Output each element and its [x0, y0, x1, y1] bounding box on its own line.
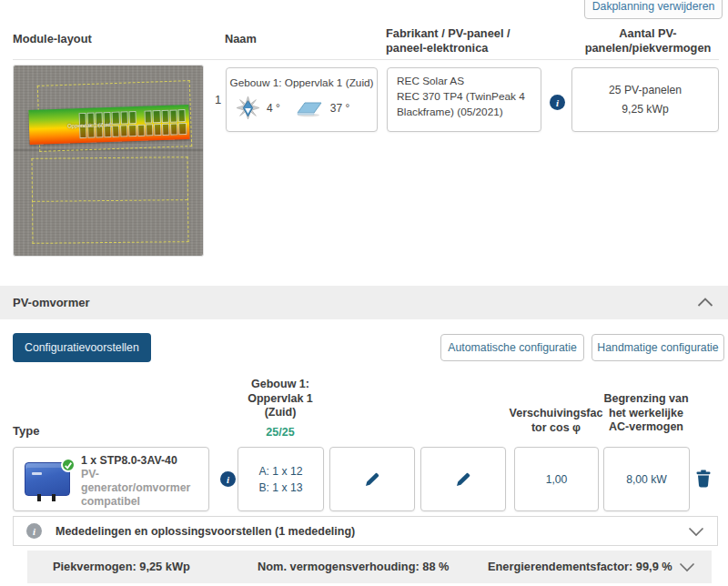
azimuth-value: 4 °	[267, 102, 280, 115]
configuration-proposals-button[interactable]: Configuratievoorstellen	[13, 333, 151, 362]
inverter-image	[25, 458, 77, 503]
col-header-surface: Gebouw 1: Oppervlak 1 (Zuid) 25/25	[226, 378, 335, 440]
inverter-type-box[interactable]: 1 x STP8.0-3AV-40 PV- generator/omvormer…	[13, 447, 209, 511]
azimuth-compass-icon	[236, 96, 260, 120]
summary-energy-factor: Energierendementsfactor: 99,9 %	[488, 560, 672, 573]
module-layout-image[interactable]: Oppervlak 1 (Zuid)	[13, 65, 204, 257]
pv-inverter-section-header[interactable]: PV-omvormer	[0, 286, 728, 319]
col-header-ac-limit-line1: Begrenzing van	[593, 392, 699, 407]
string-configuration-box[interactable]: A: 1 x 12 B: 1 x 13	[238, 447, 324, 511]
tilt-value: 37 °	[330, 102, 349, 115]
col-header-surface-line3: (Zuid)	[226, 406, 335, 420]
chevron-down-icon[interactable]	[688, 527, 704, 537]
summary-bar[interactable]: Piekvermogen: 9,25 kWp Nom. vermogensver…	[27, 551, 712, 583]
col-header-module-layout: Module-layout	[13, 32, 92, 46]
string-a-value: A: 1 x 12	[258, 463, 302, 480]
roof-surface-divider	[33, 199, 187, 202]
surface-name: Gebouw 1: Oppervlak 1 (Zuid)	[227, 76, 377, 89]
trash-icon	[697, 470, 711, 488]
panel-info-icon[interactable]: i	[550, 95, 565, 110]
roof-surface-outline-bottom	[32, 157, 189, 244]
row-index: 1	[215, 93, 221, 106]
chevron-down-icon[interactable]	[679, 562, 695, 572]
col-header-ac-limit: Begrenzing van het werkelijke AC-vermoge…	[593, 392, 699, 435]
panel-assignment-count: 25/25	[226, 426, 335, 440]
col-header-aantal-line2: panelen/piekvermogen	[575, 41, 721, 56]
edit-assignment-button-2[interactable]	[420, 447, 506, 511]
automatic-configuration-button[interactable]: Automatische configuratie	[440, 334, 584, 361]
summary-nominal-ratio: Nom. vermogensverhouding: 88 %	[258, 560, 449, 573]
panel-model-line2: Blackframe) (05/2021)	[397, 105, 531, 120]
col-header-ac-limit-line2: het werkelijke	[593, 407, 699, 421]
col-header-ac-limit-line3: AC-vermogen	[593, 420, 699, 435]
col-header-fabrikant-line2: paneel-elektronica	[386, 41, 511, 56]
manual-configuration-button[interactable]: Handmatige configuratie	[592, 334, 724, 361]
inverter-info-icon[interactable]: i	[220, 471, 236, 487]
compatibility-text-line2: generator/omvormer	[81, 481, 205, 495]
panel-count: 25 PV-panelen	[609, 84, 682, 96]
edit-assignment-button-1[interactable]	[329, 447, 415, 511]
peak-power: 9,25 kWp	[622, 103, 668, 116]
col-header-naam: Naam	[225, 32, 257, 46]
ac-limit-value-box[interactable]: 8,00 kW	[603, 447, 690, 511]
messages-accordion[interactable]: i Mededelingen en oplossingsvoorstellen …	[13, 516, 718, 546]
panel-model-line1: REC 370 TP4 (TwinPeak 4	[397, 89, 531, 105]
delete-inverter-button[interactable]	[695, 470, 712, 488]
col-header-type: Type	[13, 424, 39, 438]
messages-label: Mededelingen en oplossingsvoorstellen (1…	[56, 525, 355, 538]
ac-limit-value: 8,00 kW	[626, 471, 667, 488]
col-header-surface-line1: Gebouw 1:	[226, 378, 335, 392]
pencil-icon	[454, 470, 472, 489]
col-header-fabrikant-line1: Fabrikant / PV-paneel /	[386, 26, 511, 41]
cos-phi-value: 1,00	[546, 471, 568, 488]
compatibility-text-line3: compatibel	[81, 495, 205, 509]
pencil-icon	[363, 470, 381, 489]
header-divider	[13, 59, 719, 60]
col-header-aantal-line1: Aantal PV-	[575, 26, 721, 41]
panel-manufacturer-box[interactable]: REC Solar AS REC 370 TP4 (TwinPeak 4 Bla…	[387, 67, 541, 132]
col-header-aantal: Aantal PV- panelen/piekvermogen	[575, 26, 721, 56]
manufacturer-name: REC Solar AS	[397, 74, 531, 89]
compatibility-check-icon	[61, 458, 76, 472]
compatibility-text-line1: PV-	[81, 468, 205, 481]
pv-planning-page: Dakplanning verwijderen Module-layout Na…	[0, 0, 728, 586]
inverter-name: 1 x STP8.0-3AV-40	[81, 454, 205, 468]
cos-phi-value-box[interactable]: 1,00	[514, 447, 599, 511]
tilt-angle-icon	[295, 99, 324, 117]
col-header-fabrikant: Fabrikant / PV-paneel / paneel-elektroni…	[386, 26, 511, 56]
col-header-surface-line2: Oppervlak 1	[226, 392, 335, 407]
surface-name-box[interactable]: Gebouw 1: Oppervlak 1 (Zuid) 4 ° 37 °	[226, 67, 378, 132]
message-info-icon: i	[26, 523, 42, 539]
summary-peak-power: Piekvermogen: 9,25 kWp	[53, 560, 190, 573]
remove-roof-planning-button[interactable]: Dakplanning verwijderen	[584, 0, 723, 19]
chevron-up-icon[interactable]	[697, 298, 713, 308]
panel-count-box: 25 PV-panelen 9,25 kWp	[571, 67, 719, 132]
inverter-cable-right	[52, 494, 56, 501]
inverter-brand-mark	[32, 472, 42, 475]
string-b-value: B: 1 x 13	[258, 480, 302, 496]
section-title: PV-omvormer	[13, 296, 90, 309]
inverter-cable-left	[37, 494, 41, 501]
pv-panel-heatmap-strip: Oppervlak 1 (Zuid)	[28, 105, 189, 145]
